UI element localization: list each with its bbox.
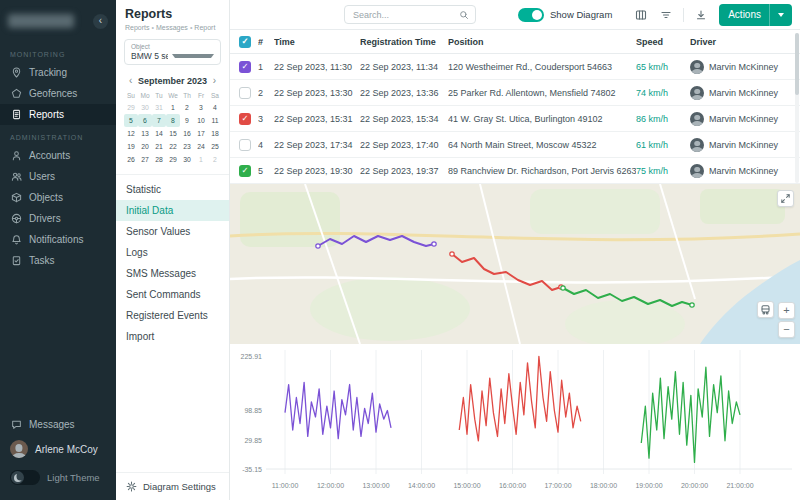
calendar-day[interactable]: 29: [124, 101, 138, 114]
calendar-day[interactable]: 16: [180, 127, 194, 140]
calendar-day[interactable]: 6: [138, 114, 152, 127]
theme-toggle[interactable]: [10, 470, 40, 485]
download-button[interactable]: [693, 7, 709, 23]
calendar-day[interactable]: 19: [124, 140, 138, 153]
driver-cell: Marvin McKinney: [690, 138, 800, 152]
breadcrumb-item[interactable]: Reports: [125, 24, 150, 31]
table-row[interactable]: 422 Sep 2023, 17:3422 Sep 2023, 17:4064 …: [230, 132, 800, 158]
filter-button[interactable]: [658, 7, 674, 23]
calendar-day[interactable]: 15: [166, 127, 180, 140]
column-header-registration-time[interactable]: Registration Time: [360, 37, 448, 47]
table-row[interactable]: 322 Sep 2023, 15:3122 Sep 2023, 15:3441 …: [230, 106, 800, 132]
menu-item-statistic[interactable]: Statistic: [116, 179, 229, 200]
menu-item-registered-events[interactable]: Registered Events: [116, 305, 229, 326]
calendar-day[interactable]: 22: [166, 140, 180, 153]
calendar-day[interactable]: 30: [180, 153, 194, 166]
row-checkbox[interactable]: [239, 165, 251, 177]
calendar-day[interactable]: 18: [208, 127, 222, 140]
calendar-day[interactable]: 3: [194, 101, 208, 114]
sidebar-item-objects[interactable]: Objects: [0, 187, 116, 208]
row-checkbox[interactable]: [239, 61, 251, 73]
calendar-day[interactable]: 1: [166, 101, 180, 114]
sidebar-item-drivers[interactable]: Drivers: [0, 208, 116, 229]
calendar-day[interactable]: 17: [194, 127, 208, 140]
page-title: Reports: [125, 7, 220, 21]
sidebar-item-reports[interactable]: Reports: [0, 104, 116, 125]
menu-item-import[interactable]: Import: [116, 326, 229, 347]
zoom-in-button[interactable]: +: [778, 302, 795, 319]
menu-item-sms-messages[interactable]: SMS Messages: [116, 263, 229, 284]
table-row[interactable]: 522 Sep 2023, 19:3022 Sep 2023, 19:3789 …: [230, 158, 800, 184]
table-row[interactable]: 122 Sep 2023, 11:3022 Sep 2023, 11:34120…: [230, 54, 800, 80]
next-month-button[interactable]: ›: [210, 75, 219, 86]
sidebar-item-messages[interactable]: Messages: [0, 414, 116, 435]
transport-layer-button[interactable]: [757, 301, 774, 318]
calendar-day[interactable]: 2: [180, 101, 194, 114]
calendar-day[interactable]: 23: [180, 140, 194, 153]
calendar-day[interactable]: 12: [124, 127, 138, 140]
chevron-down-icon[interactable]: [778, 13, 784, 17]
column-header-position[interactable]: Position: [448, 37, 636, 47]
table-scrollbar[interactable]: [795, 33, 799, 183]
calendar-day[interactable]: 5: [124, 114, 138, 127]
calendar-day[interactable]: 2: [208, 153, 222, 166]
show-diagram-toggle[interactable]: [518, 8, 544, 22]
breadcrumb-item[interactable]: Messages: [156, 24, 188, 31]
calendar-day[interactable]: 7: [152, 114, 166, 127]
time-cell: 22 Sep 2023, 19:30: [274, 166, 360, 176]
calendar-day[interactable]: 31: [152, 101, 166, 114]
menu-item-sent-commands[interactable]: Sent Commands: [116, 284, 229, 305]
calendar-day[interactable]: 21: [152, 140, 166, 153]
search-input[interactable]: [351, 9, 459, 21]
sidebar-item-notifications[interactable]: Notifications: [0, 229, 116, 250]
table-row[interactable]: 222 Sep 2023, 13:3022 Sep 2023, 13:3625 …: [230, 80, 800, 106]
column-header-driver[interactable]: Driver: [690, 37, 800, 47]
row-checkbox[interactable]: [239, 139, 251, 151]
column-header-speed[interactable]: Speed: [636, 37, 690, 47]
column-header-num[interactable]: #: [258, 37, 274, 47]
actions-button[interactable]: Actions: [719, 4, 792, 26]
calendar-day[interactable]: 24: [194, 140, 208, 153]
calendar-day[interactable]: 27: [138, 153, 152, 166]
select-all-checkbox[interactable]: [239, 36, 251, 48]
diagram-canvas[interactable]: 11:00:0012:00:0013:00:0014:00:0015:00:00…: [230, 344, 800, 500]
calendar-day[interactable]: 30: [138, 101, 152, 114]
diagram-settings-button[interactable]: Diagram Settings: [116, 472, 229, 500]
sidebar-item-tasks[interactable]: Tasks: [0, 250, 116, 271]
sidebar-item-users[interactable]: Users: [0, 166, 116, 187]
calendar-day[interactable]: 13: [138, 127, 152, 140]
calendar-day[interactable]: 20: [138, 140, 152, 153]
menu-item-initial-data[interactable]: Initial Data: [116, 200, 229, 221]
breadcrumb-item[interactable]: Report: [194, 24, 215, 31]
user-menu[interactable]: Arlene McCoy: [0, 435, 116, 463]
calendar-day[interactable]: 10: [194, 114, 208, 127]
sidebar-collapse-button[interactable]: ‹: [93, 14, 108, 29]
menu-item-sensor-values[interactable]: Sensor Values: [116, 221, 229, 242]
map-fullscreen-button[interactable]: [777, 190, 794, 207]
prev-month-button[interactable]: ‹: [126, 75, 135, 86]
row-checkbox[interactable]: [239, 113, 251, 125]
columns-button[interactable]: [633, 7, 649, 23]
calendar-day[interactable]: 4: [208, 101, 222, 114]
scrollbar-thumb[interactable]: [795, 33, 799, 95]
sidebar-item-geofences[interactable]: Geofences: [0, 83, 116, 104]
calendar-day[interactable]: 8: [166, 114, 180, 127]
map[interactable]: + −: [230, 184, 800, 344]
zoom-out-button[interactable]: −: [778, 321, 795, 338]
calendar-day[interactable]: 14: [152, 127, 166, 140]
driver-cell: Marvin McKinney: [690, 112, 800, 126]
calendar-day[interactable]: 1: [194, 153, 208, 166]
calendar-day[interactable]: 28: [152, 153, 166, 166]
sidebar-item-accounts[interactable]: Accounts: [0, 145, 116, 166]
row-checkbox[interactable]: [239, 87, 251, 99]
menu-item-logs[interactable]: Logs: [116, 242, 229, 263]
calendar-day[interactable]: 25: [208, 140, 222, 153]
column-header-time[interactable]: Time: [274, 37, 360, 47]
calendar-day[interactable]: 11: [208, 114, 222, 127]
calendar-day[interactable]: 9: [180, 114, 194, 127]
calendar-day[interactable]: 29: [166, 153, 180, 166]
map-canvas[interactable]: [230, 184, 800, 344]
sidebar-item-tracking[interactable]: Tracking: [0, 62, 116, 83]
object-select[interactable]: Object BMW 5 seria 2.0 AT, 2...: [124, 39, 221, 65]
calendar-day[interactable]: 26: [124, 153, 138, 166]
